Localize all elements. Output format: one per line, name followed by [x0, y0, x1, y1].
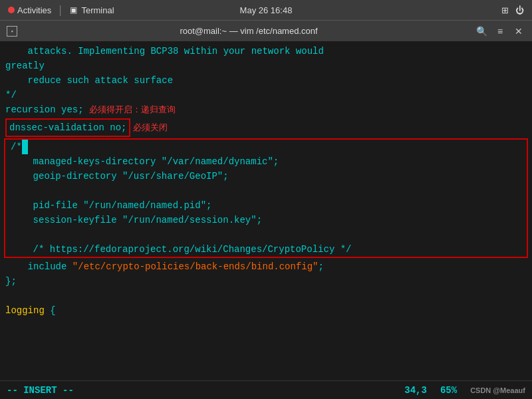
window-icon: ▪: [7, 26, 17, 37]
window-title: root@mail:~ — vim /etc/named.conf: [23, 26, 475, 36]
system-bar-left: Activities │ ▣ Terminal: [8, 5, 114, 15]
editor-line-13: [5, 227, 527, 242]
editor-line-10: [5, 184, 527, 198]
title-bar: ▪ root@mail:~ — vim /etc/named.conf 🔍 ≡ …: [0, 20, 532, 41]
separator: │: [58, 5, 63, 15]
title-bar-controls: 🔍 ≡ ✕: [475, 25, 525, 38]
cursor: [22, 140, 28, 154]
terminal-label: Terminal: [81, 5, 114, 15]
annotation-dnssec: 必须关闭: [133, 120, 168, 135]
editor-line-18: logging {: [0, 303, 532, 318]
editor-area[interactable]: attacks. Implementing BCP38 within your …: [0, 41, 532, 380]
editor-line-12: session-keyfile "/run/named/session.key"…: [5, 213, 527, 227]
power-icon[interactable]: ⏻: [515, 5, 524, 15]
annotation-recursion: 必须得开启：递归查询: [89, 102, 176, 117]
activities-button[interactable]: Activities: [8, 5, 51, 15]
editor-line-15: include "/etc/crypto-policies/back-ends/…: [0, 259, 532, 274]
editor-line-17: [0, 289, 532, 303]
activities-label: Activities: [17, 5, 51, 15]
red-border-section: /* managed-keys-directory "/var/named/dy…: [4, 138, 528, 258]
cursor-position: 34,3: [404, 385, 427, 396]
editor-line-16: };: [0, 274, 532, 289]
status-right: 34,3 65% CSDN @Meaauf: [404, 385, 525, 396]
search-button[interactable]: 🔍: [475, 25, 488, 38]
editor-line-4: */: [0, 88, 532, 102]
terminal-icon: ▣: [70, 5, 77, 15]
system-bar-datetime: May 26 16:48: [240, 5, 293, 15]
system-bar: Activities │ ▣ Terminal May 26 16:48 ⊞ ⏻: [0, 0, 532, 20]
editor-line-6: dnssec-validation no;必须关闭: [0, 117, 532, 138]
close-button[interactable]: ✕: [512, 25, 525, 38]
editor-line-5: recursion yes; 必须得开启：递归查询: [0, 102, 532, 117]
editor-line-9: geoip-directory "/usr/share/GeoIP";: [5, 169, 527, 184]
watermark: CSDN @Meaauf: [470, 386, 525, 394]
activities-icon: [8, 7, 15, 13]
insert-mode-label: -- INSERT --: [7, 385, 74, 396]
system-bar-right: ⊞ ⏻: [501, 5, 524, 15]
editor-line-11: pid-file "/run/named/named.pid";: [5, 198, 527, 213]
editor-line-14: /* https://fedoraproject.org/wiki/Change…: [5, 242, 527, 257]
editor-line-1: attacks. Implementing BCP38 within your …: [0, 44, 532, 59]
editor-line-8: managed-keys-directory "/var/named/dynam…: [5, 154, 527, 169]
status-bar: -- INSERT -- 34,3 65% CSDN @Meaauf: [0, 380, 532, 399]
editor-line-7: /*: [5, 140, 527, 154]
editor-line-3: reduce such attack surface: [0, 73, 532, 88]
menu-button[interactable]: ≡: [493, 25, 507, 38]
editor-line-2: greatly: [0, 59, 532, 73]
scroll-percent: 65%: [440, 385, 457, 396]
network-icon[interactable]: ⊞: [501, 5, 509, 15]
title-bar-left: ▪: [7, 26, 23, 37]
